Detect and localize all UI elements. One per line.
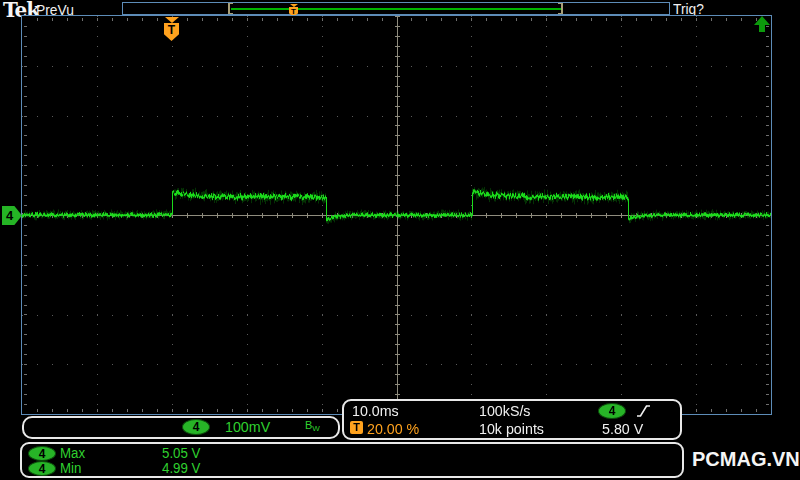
measurement-value: 4.99 V (162, 460, 200, 476)
record-length-value: 10k points (479, 420, 544, 437)
view-window-left-bracket[interactable] (228, 3, 233, 14)
bw-w: W (312, 424, 320, 433)
bandwidth-limit-icon: BW (305, 419, 320, 433)
pcmag-watermark: PCMAG.VN (692, 448, 800, 471)
triangle-icon (290, 4, 298, 7)
trigger-slope-rising-icon (636, 403, 651, 419)
sample-rate-value: 100kS/s (479, 402, 530, 419)
measurement-row: 4 Min 4.99 V (22, 460, 682, 476)
measurements-panel[interactable]: 4 Max 5.05 V 4 Min 4.99 V (20, 442, 684, 478)
channel-4-badge: 4 (182, 419, 210, 435)
trigger-t-icon: T (164, 23, 179, 41)
measurement-row: 4 Max 5.05 V (22, 445, 682, 461)
horizontal-trigger-readout[interactable]: 10.0ms 100kS/s 4 T 20.00 % 10k points 5.… (342, 399, 682, 440)
trigger-level-value: 5.80 V (602, 420, 643, 437)
measurement-name: Max (60, 445, 85, 461)
trigger-source-badge: 4 (598, 403, 626, 419)
time-per-div-value: 10.0ms (352, 402, 399, 419)
measurement-value: 5.05 V (162, 445, 200, 461)
channel-4-badge: 4 (28, 446, 56, 461)
record-waveform-line (231, 8, 561, 10)
trigger-position-value: 20.00 % (367, 420, 419, 437)
measurement-name: Min (60, 460, 81, 476)
graticule (21, 15, 772, 415)
channel-4-readout[interactable]: 4 100mV BW (22, 416, 340, 439)
channel-4-position-marker[interactable]: 4 (2, 206, 22, 225)
volts-per-div-value: 100mV (225, 418, 270, 435)
triangle-icon (165, 17, 179, 23)
view-window-right-bracket[interactable] (558, 3, 563, 14)
trigger-position-marker[interactable]: T (164, 17, 179, 41)
waveform-display (22, 16, 771, 414)
trigger-level-offscreen-arrow-icon (753, 16, 771, 33)
channel-4-badge: 4 (28, 461, 56, 476)
trigger-t-icon: T (350, 421, 363, 434)
record-view-bar[interactable]: T (122, 2, 670, 15)
